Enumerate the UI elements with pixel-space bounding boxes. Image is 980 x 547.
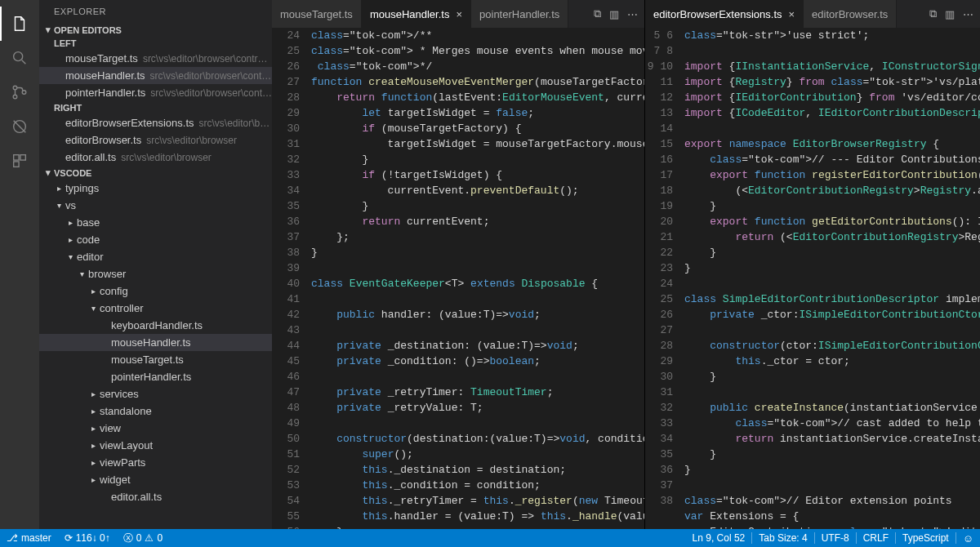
tree-folder[interactable]: ▸typings [39,180,272,197]
open-editor-item[interactable]: editorBrowser.tssrc\vs\editor\browser [39,131,272,149]
svg-point-3 [22,91,26,95]
warning-icon: ⚠ [145,532,154,544]
more-icon[interactable]: ⋯ [963,8,973,20]
open-editor-item[interactable]: pointerHandler.tssrc\vs\editor\browser\c… [39,84,272,101]
split-editor-icon[interactable]: ⧉ [594,7,601,20]
explorer-icon[interactable] [0,7,39,41]
line-gutter: 5 6 7 8 9 10 11 12 13 14 15 16 17 18 19 … [645,28,684,529]
code-editor[interactable]: class="tok-str">'use strict'; import {II… [684,28,980,529]
sync-icon: ⟳ [65,532,73,544]
git-sync[interactable]: ⟳ 116↓ 0↑ [58,529,117,547]
tree-folder[interactable]: ▸services [39,385,272,402]
open-editors-right-label: RIGHT [39,101,272,114]
tree-file[interactable]: mouseHandler.ts [39,334,272,351]
error-icon: ⓧ [123,531,133,545]
open-editor-item[interactable]: editor.all.tssrc\vs\editor\browser [39,149,272,166]
svg-rect-6 [20,155,25,160]
problems[interactable]: ⓧ0 ⚠0 [117,529,169,547]
debug-icon[interactable] [0,109,39,144]
sidebar-title: EXPLORER [39,0,272,23]
more-icon[interactable]: ⋯ [627,8,638,20]
tree-folder[interactable]: ▸config [39,282,272,300]
open-editors-header[interactable]: ▾ OPEN EDITORS [39,23,272,37]
tree-folder[interactable]: ▸widget [39,471,272,488]
tree-folder[interactable]: ▸base [39,214,272,231]
eol[interactable]: CRLF [857,532,895,544]
close-icon[interactable]: × [789,8,795,20]
svg-point-1 [13,86,17,90]
feedback-icon[interactable]: ☺ [956,532,980,545]
chevron-down-icon: ▾ [42,167,54,178]
tab-size[interactable]: Tab Size: 4 [752,532,813,544]
open-editor-item[interactable]: mouseHandler.tssrc\vs\editor\browser\con… [39,67,272,84]
statusbar: ⎇ master ⟳ 116↓ 0↑ ⓧ0 ⚠0 Ln 9, Col 52 Ta… [0,529,980,547]
close-icon[interactable]: × [456,8,462,20]
tree-folder[interactable]: ▸code [39,231,272,248]
search-icon[interactable] [0,41,39,75]
open-editors-left-label: LEFT [39,37,272,50]
tree-folder[interactable]: ▸viewParts [39,454,272,471]
tree-folder[interactable]: ▾vs [39,197,272,214]
tree-folder[interactable]: ▸viewLayout [39,437,272,454]
svg-rect-5 [14,155,19,160]
code-editor[interactable]: class="tok-com">/** class="tok-com"> * M… [311,28,644,529]
open-editor-item[interactable]: editorBrowserExtensions.tssrc\vs\editor\… [39,114,272,131]
open-editor-item[interactable]: mouseTarget.tssrc\vs\editor\browser\cont… [39,50,272,67]
tab[interactable]: editorBrowserExtensions.ts× [645,0,804,28]
tab[interactable]: mouseHandler.ts× [362,0,471,28]
editor-area: mouseTarget.tsmouseHandler.ts×pointerHan… [272,0,980,529]
branch-icon: ⎇ [7,532,18,544]
tab-bar-right: editorBrowserExtensions.ts×editorBrowser… [645,0,980,28]
tree-folder[interactable]: ▾controller [39,300,272,317]
tree-file[interactable]: mouseTarget.ts [39,351,272,368]
tree-file[interactable]: editor.all.ts [39,488,272,505]
layout-icon[interactable]: ▥ [945,8,955,20]
tree-file[interactable]: pointerHandler.ts [39,368,272,385]
encoding[interactable]: UTF-8 [815,532,856,544]
chevron-down-icon: ▾ [42,24,54,35]
layout-icon[interactable]: ▥ [609,8,619,20]
tab[interactable]: pointerHandler.ts [471,0,568,28]
cursor-position[interactable]: Ln 9, Col 52 [686,532,752,544]
source-control-icon[interactable] [0,75,39,109]
tab[interactable]: editorBrowser.ts [804,0,897,28]
tree-folder[interactable]: ▸standalone [39,402,272,420]
svg-point-0 [14,52,23,61]
tree-folder[interactable]: ▸view [39,420,272,437]
workspace-header[interactable]: ▾ VSCODE [39,166,272,180]
split-editor-icon[interactable]: ⧉ [929,7,937,20]
editor-group-right: editorBrowserExtensions.ts×editorBrowser… [645,0,980,529]
sidebar: EXPLORER ▾ OPEN EDITORS LEFT mouseTarget… [39,0,272,529]
editor-group-left: mouseTarget.tsmouseHandler.ts×pointerHan… [272,0,645,529]
language-mode[interactable]: TypeScript [896,532,956,544]
activity-bar [0,0,39,529]
tab-bar-left: mouseTarget.tsmouseHandler.ts×pointerHan… [272,0,644,28]
svg-point-2 [13,95,17,99]
svg-rect-7 [14,162,19,167]
tree-folder[interactable]: ▾browser [39,265,272,282]
git-branch[interactable]: ⎇ master [0,529,58,547]
tree-file[interactable]: keyboardHandler.ts [39,317,272,334]
line-gutter: 24 25 26 27 28 29 30 31 32 33 34 35 36 3… [272,28,311,529]
extensions-icon[interactable] [0,144,39,178]
tab[interactable]: mouseTarget.ts [272,0,362,28]
tree-folder[interactable]: ▾editor [39,248,272,265]
